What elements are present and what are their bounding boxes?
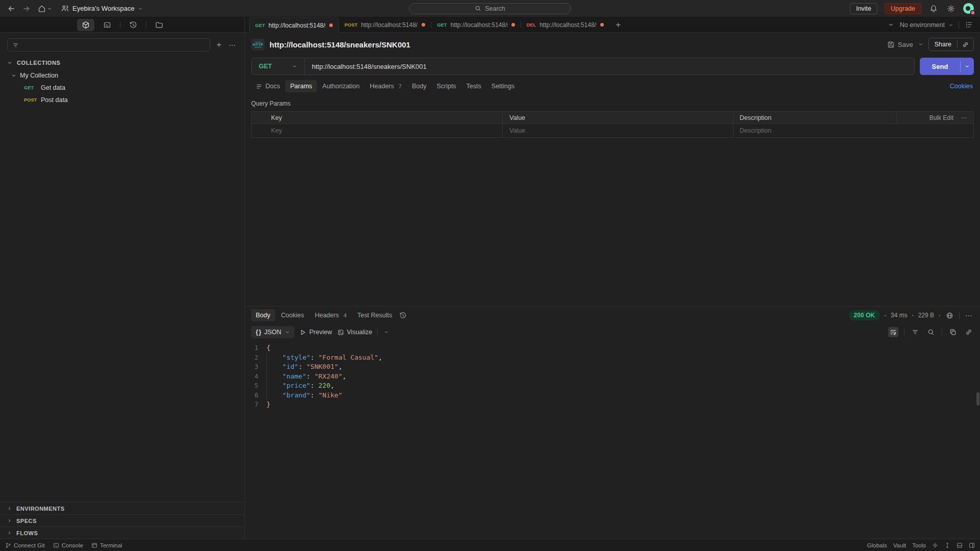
param-key-input[interactable] [271, 127, 502, 134]
tab-tests[interactable]: Tests [462, 80, 486, 92]
scrollbar-handle[interactable] [976, 392, 979, 406]
history-module-icon[interactable] [125, 19, 142, 31]
request-item[interactable]: GET Get data [0, 82, 244, 94]
bulk-edit-button[interactable]: Bulk Edit [929, 114, 953, 121]
request-tab[interactable]: POST http://localhost:5148/… [339, 17, 431, 32]
global-search[interactable]: Search [409, 3, 571, 14]
response-history-icon[interactable] [398, 311, 408, 320]
settings-gear-icon[interactable] [946, 4, 956, 14]
vault-button[interactable]: Vault [893, 542, 906, 548]
top-bar: Eyebira's Workspace Search Invite Upgrad… [0, 0, 980, 17]
request-tab[interactable]: GET http://localhost:5148/s… [431, 17, 520, 32]
save-options-chevron[interactable] [917, 41, 924, 48]
link-icon[interactable] [964, 327, 974, 337]
new-tab-button[interactable]: + [612, 20, 624, 30]
environment-selector[interactable]: No environment [900, 21, 953, 29]
response-more-button[interactable]: ⋯ [964, 310, 974, 320]
filter-lines-icon[interactable] [910, 327, 920, 337]
environments-section[interactable]: ENVIRONMENTS [0, 502, 244, 514]
copy-icon[interactable] [948, 327, 958, 337]
method-badge: GET [24, 85, 37, 90]
url-input[interactable] [312, 63, 907, 70]
environment-quick-look-icon[interactable] [964, 20, 974, 30]
capture-requests-icon[interactable] [932, 542, 938, 548]
text-cursor-icon[interactable] [944, 542, 950, 548]
user-avatar[interactable] [963, 3, 974, 14]
upgrade-button[interactable]: Upgrade [885, 3, 921, 14]
search-response-icon[interactable] [926, 327, 936, 337]
connect-git-button[interactable]: Connect Git [5, 542, 45, 548]
column-header-key: Key [252, 112, 503, 123]
tab-docs[interactable]: Docs [251, 80, 284, 92]
request-tab[interactable]: DEL http://localhost:5148/s… [521, 17, 610, 32]
response-tab-headers[interactable]: Headers 4 [310, 309, 351, 321]
preview-button[interactable]: Preview [300, 329, 332, 336]
chevron-right-icon [7, 531, 12, 535]
method-badge: GET [255, 23, 265, 28]
specs-section[interactable]: SPECS [0, 514, 244, 527]
code-line: 4 "name": "RX240", [245, 372, 980, 382]
tab-list-chevron-icon[interactable] [887, 21, 895, 29]
collections-filter-box[interactable] [7, 38, 210, 52]
flows-section[interactable]: FLOWS [0, 527, 244, 539]
collections-section-header[interactable]: COLLECTIONS [0, 55, 244, 69]
send-options-chevron[interactable] [961, 58, 974, 75]
two-pane-layout-icon[interactable] [957, 542, 963, 548]
code-line-content: "price": 220, [266, 381, 334, 391]
globals-button[interactable]: Globals [867, 542, 887, 548]
tab-settings[interactable]: Settings [487, 80, 519, 92]
response-body-viewer[interactable]: 1{2 "style": "Formal Casual",3 "id": "SN… [245, 340, 980, 539]
wrap-text-icon[interactable] [888, 327, 898, 337]
notifications-bell-icon[interactable] [928, 4, 939, 14]
copy-link-icon[interactable] [958, 41, 973, 48]
environments-module-icon[interactable] [99, 19, 116, 31]
response-tab-cookies[interactable]: Cookies [277, 309, 309, 321]
visualize-options-chevron[interactable] [383, 329, 390, 336]
collection-item[interactable]: My Collection [0, 69, 244, 82]
collections-module-icon[interactable] [77, 19, 94, 31]
forward-icon[interactable] [21, 4, 32, 14]
tab-params[interactable]: Params [285, 80, 316, 92]
network-globe-icon[interactable] [945, 311, 954, 320]
tab-scripts[interactable]: Scripts [432, 80, 460, 92]
code-line: 5 "price": 220, [245, 381, 980, 391]
workspace-switcher[interactable]: Eyebira's Workspace [58, 3, 146, 14]
table-more-button[interactable]: ⋯ [961, 114, 967, 121]
home-button[interactable] [37, 4, 53, 14]
response-tab-body[interactable]: Body [251, 309, 275, 321]
param-value-input[interactable] [509, 127, 733, 134]
share-button[interactable]: Share [928, 38, 974, 51]
collections-filter-input[interactable] [22, 41, 205, 48]
people-icon [61, 5, 69, 12]
sidebar-bottom-sections: ENVIRONMENTS SPECS FLOWS [0, 502, 244, 539]
code-line: 1{ [245, 343, 980, 353]
add-new-button[interactable]: + [215, 39, 223, 51]
send-button[interactable]: Send [920, 58, 974, 75]
tab-authorization[interactable]: Authorization [318, 80, 364, 92]
divider [959, 21, 959, 29]
request-item[interactable]: POST Post data [0, 94, 244, 106]
console-button[interactable]: Console [53, 542, 83, 548]
invite-button[interactable]: Invite [850, 3, 877, 14]
code-line-content: "brand": "Nike" [266, 391, 342, 400]
tab-body[interactable]: Body [407, 80, 431, 92]
chevron-down-icon [138, 6, 143, 11]
side-pane-layout-icon[interactable] [969, 542, 975, 548]
sidebar-module-bar [0, 17, 244, 33]
cookies-link[interactable]: Cookies [950, 83, 974, 90]
back-icon[interactable] [6, 4, 16, 14]
method-dropdown[interactable]: GET [252, 58, 305, 74]
request-title: http://localhost:5148/sneakers/SNK001 [270, 40, 410, 49]
param-description-input[interactable] [740, 127, 973, 134]
terminal-button[interactable]: Terminal [91, 542, 122, 548]
visualize-button[interactable]: Visualize [337, 329, 373, 336]
response-tab-test-results[interactable]: Test Results [353, 309, 397, 321]
format-dropdown[interactable]: { } JSON [251, 326, 295, 338]
save-button[interactable]: Save [887, 41, 913, 48]
tools-button[interactable]: Tools [912, 542, 926, 548]
tab-headers[interactable]: Headers 7 [365, 80, 406, 92]
folder-module-icon[interactable] [151, 19, 168, 31]
request-tab[interactable]: GET http://localhost:5148/s… [249, 17, 339, 33]
sidebar-more-button[interactable]: ⋯ [228, 40, 237, 50]
chevron-down-icon [292, 64, 297, 69]
